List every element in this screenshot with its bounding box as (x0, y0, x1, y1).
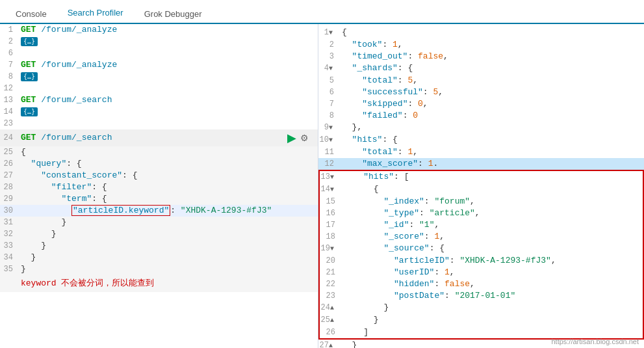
line-content: } (18, 228, 318, 240)
right-line-content: "_shards": { (339, 62, 644, 74)
right-line-num: 19▼ (320, 243, 341, 255)
code-line: 32 } (0, 228, 318, 240)
right-line: 1▼ { (318, 27, 644, 39)
right-line: 20 "articleID": "XHDK-A-1293-#fJ3", (320, 255, 643, 267)
code-line: 34 } (0, 252, 318, 263)
red-border-section: 13▼ "hits": [ 14▼ { 15 "_index": "forum"… (318, 170, 644, 340)
right-line-content: "timed_out": false, (339, 51, 644, 62)
right-line-content: "hidden": false, (341, 278, 643, 290)
right-line-content: { (341, 183, 643, 195)
right-line-num: 1▼ (318, 27, 339, 39)
line-num: 12 (0, 83, 18, 94)
get-method: GET (21, 60, 36, 70)
line-num: 28 (0, 181, 18, 193)
line-content: GET /forum/_analyze (18, 24, 318, 36)
right-line-content: "total": 1, (339, 146, 644, 158)
code-line: 6 (0, 47, 318, 59)
right-line: 14▼ { (320, 183, 643, 196)
run-button[interactable]: ▶ (287, 131, 296, 145)
line-content: GET /forum/_analyze (18, 59, 318, 71)
right-line-content: "total": 5, (339, 75, 644, 87)
line-content: {…} (18, 36, 318, 47)
right-line: 13▼ "hits": [ (320, 171, 643, 183)
get-method: GET (21, 25, 36, 34)
tab-search-profiler[interactable]: Search Profiler (57, 3, 134, 24)
right-line: 23 "postDate": "2017-01-01" (320, 290, 643, 302)
line-num: 23 (0, 118, 18, 129)
line-num: 24 (0, 132, 18, 144)
right-line-num: 24▲ (320, 302, 341, 314)
toolbar-line: 24 GET /forum/_search ▶ ⚙ (0, 129, 318, 146)
right-line: 26 ] (320, 327, 643, 338)
right-line-num: 2 (318, 39, 339, 51)
code-line: 2 {…} (0, 36, 318, 47)
json-badge[interactable]: {…} (21, 107, 38, 116)
right-line-num: 23 (320, 290, 341, 302)
right-line-num: 26 (320, 327, 341, 338)
right-line-content: "hits": { (339, 134, 644, 146)
settings-button[interactable]: ⚙ (300, 131, 309, 145)
get-path: /forum/_analyze (41, 60, 117, 70)
code-line: 35 } (0, 263, 318, 275)
code-line-highlighted: 30 "articleID.keyword": "XHDK-A-1293-#fJ… (0, 205, 318, 217)
code-line: 7 GET /forum/_analyze (0, 59, 318, 71)
active-code-section: 24 GET /forum/_search ▶ ⚙ 25 { 26 "query… (0, 129, 318, 292)
line-content: {…} (18, 106, 318, 118)
line-num: 6 (0, 47, 18, 59)
right-line-content: } (341, 314, 643, 326)
right-line-num: 15 (320, 196, 341, 207)
line-content: "filter": { (18, 181, 318, 193)
right-line: 10▼ "hits": { (318, 134, 644, 146)
right-line-num: 22 (320, 278, 341, 290)
right-line-content: "_score": 1, (341, 231, 643, 243)
right-code-block: 1▼ { 2 "took": 1, 3 "timed_out": false, … (318, 27, 644, 348)
right-line-highlighted: 12 "max_score": 1. (318, 158, 644, 170)
right-line-num: 17 (320, 219, 341, 231)
line-num: 7 (0, 59, 18, 71)
line-content: "term": { (18, 193, 318, 205)
right-line-num: 3 (318, 51, 339, 62)
right-line-num: 4▼ (318, 62, 339, 75)
get-method: GET (21, 95, 36, 105)
right-line-content: "took": 1, (339, 39, 644, 51)
right-line: 4▼ "_shards": { (318, 62, 644, 75)
code-line: 23 (0, 118, 318, 129)
right-line-num: 14▼ (320, 183, 341, 196)
line-num: 27 (0, 170, 18, 181)
right-line-content: "_source": { (341, 243, 643, 254)
code-line: 31 } (0, 217, 318, 228)
right-line-num: 21 (320, 267, 341, 278)
line-num: 33 (0, 240, 18, 252)
line-content: } (18, 217, 318, 228)
right-line: 21 "userID": 1, (320, 267, 643, 278)
right-line-content: "max_score": 1. (339, 158, 644, 170)
right-line-content: "_id": "1", (341, 219, 643, 231)
line-num: 31 (0, 217, 18, 228)
get-method: GET (21, 133, 36, 142)
right-line: 15 "_index": "forum", (320, 196, 643, 207)
main-layout: 1 GET /forum/_analyze 2 {…} 6 7 GET /for… (0, 24, 644, 348)
line-content: GET /forum/_search (18, 132, 112, 144)
right-line-num: 9▼ (318, 122, 339, 134)
right-line: 25▲ } (320, 314, 643, 327)
tab-console[interactable]: Console (5, 4, 57, 24)
right-line-content: "articleID": "XHDK-A-1293-#fJ3", (341, 255, 643, 267)
right-line-content: "postDate": "2017-01-01" (341, 290, 643, 302)
code-line: 28 "filter": { (0, 181, 318, 193)
json-badge[interactable]: {…} (21, 72, 38, 81)
right-line-num: 18 (320, 231, 341, 243)
right-line-content: "_index": "forum", (341, 196, 643, 207)
right-line-content: "failed": 0 (339, 110, 644, 122)
line-num: 30 (0, 205, 18, 217)
right-line: 22 "hidden": false, (320, 278, 643, 290)
line-num: 34 (0, 252, 18, 263)
line-content: } (18, 263, 318, 275)
right-line: 7 "skipped": 0, (318, 98, 644, 110)
right-line-content: { (339, 27, 644, 38)
code-line: 13 GET /forum/_search (0, 94, 318, 106)
tab-grok-debugger[interactable]: Grok Debugger (134, 4, 213, 24)
line-content: } (18, 240, 318, 252)
json-badge[interactable]: {…} (21, 37, 38, 46)
get-path: /forum/_analyze (41, 25, 117, 34)
line-num: 14 (0, 106, 18, 118)
